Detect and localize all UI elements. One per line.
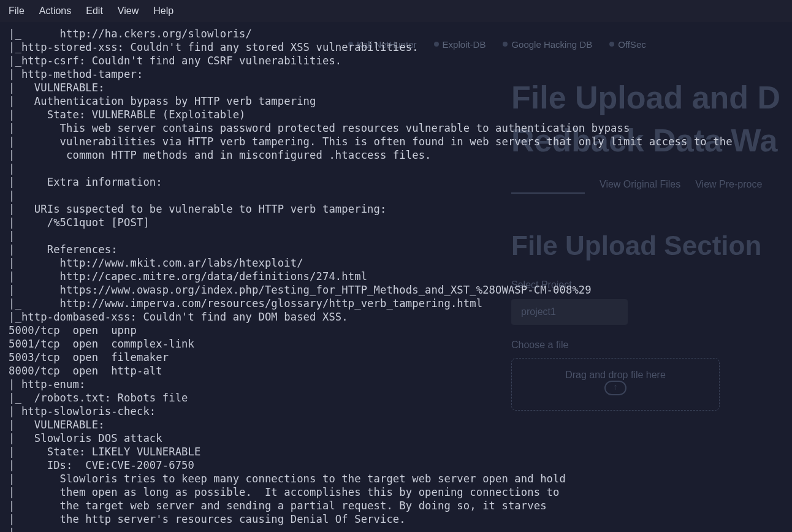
terminal-menu-bar: File Actions Edit View Help [0,0,792,22]
menu-view[interactable]: View [118,6,139,17]
menu-actions[interactable]: Actions [39,6,71,17]
menu-help[interactable]: Help [153,6,173,17]
terminal-window: File Actions Edit View Help |_ http://ha… [0,0,792,532]
menu-file[interactable]: File [9,6,25,17]
terminal-output[interactable]: |_ http://ha.ckers.org/slowloris/ |_http… [0,22,792,532]
menu-edit[interactable]: Edit [86,6,103,17]
